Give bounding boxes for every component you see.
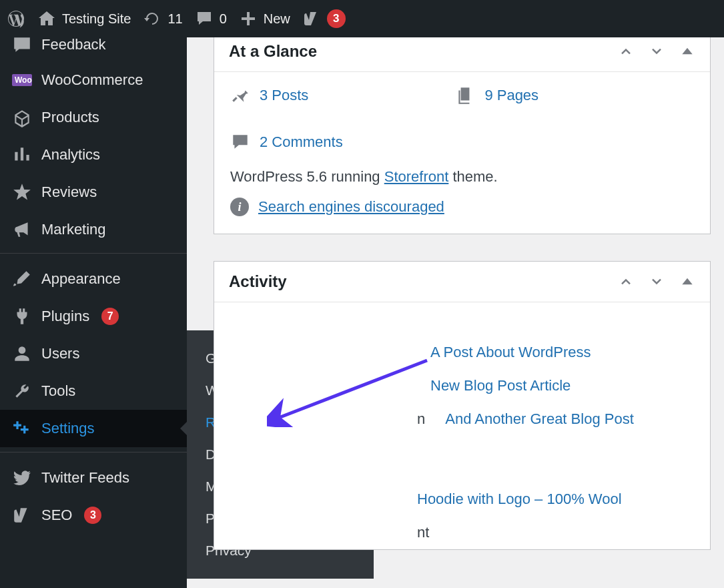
comments-link[interactable]: 0	[195, 9, 227, 28]
sidebar-item-analytics[interactable]: Analytics	[0, 136, 187, 174]
sidebar-item-label: Analytics	[41, 146, 100, 164]
move-down-icon[interactable]	[649, 43, 665, 59]
star-icon	[12, 182, 32, 202]
sidebar-item-label: Users	[41, 345, 79, 362]
sidebar-item-woocommerce[interactable]: WooWooCommerce	[0, 61, 187, 99]
glance-comments[interactable]: 2 Comments	[230, 132, 343, 152]
move-up-icon[interactable]	[618, 43, 634, 59]
activity-row: nAnd Another Great Blog Post	[230, 402, 694, 436]
analytics-icon	[12, 145, 32, 165]
home-icon	[37, 9, 56, 28]
activity-row: A Post About WordPress	[230, 336, 694, 369]
move-up-icon[interactable]	[618, 274, 634, 290]
sidebar-item-label: Plugins	[41, 308, 89, 325]
wp-version-line: WordPress 5.6 running Storefront theme.	[230, 168, 694, 186]
activity-row: nt	[230, 516, 694, 549]
activity-title: Activity	[229, 272, 287, 291]
sidebar-item-label: Appearance	[41, 270, 121, 288]
pin-icon	[230, 85, 250, 105]
widget-handles	[618, 274, 695, 290]
sidebar-item-settings[interactable]: Settings	[0, 410, 187, 447]
sidebar-item-label: Reviews	[41, 184, 97, 201]
glance-posts[interactable]: 3 Posts	[230, 85, 308, 105]
sidebar-item-appearance[interactable]: Appearance	[0, 260, 187, 298]
plus-icon	[239, 9, 258, 28]
sliders-icon	[12, 418, 32, 438]
glance-pages[interactable]: 9 Pages	[455, 85, 538, 105]
updates-link[interactable]: 11	[143, 9, 182, 28]
sidebar-item-seo[interactable]: SEO3	[0, 497, 187, 534]
refresh-icon	[143, 9, 161, 28]
updates-count: 11	[167, 11, 182, 27]
sidebar-item-label: Tools	[41, 382, 75, 400]
at-a-glance-title: At a Glance	[229, 42, 317, 61]
theme-link[interactable]: Storefront	[384, 168, 449, 185]
new-content-link[interactable]: New	[239, 9, 290, 28]
feedback-icon	[12, 37, 32, 55]
wrench-icon	[12, 381, 32, 401]
new-label: New	[264, 11, 290, 27]
twitter-icon	[12, 468, 32, 488]
posts-link[interactable]: 3 Posts	[260, 87, 308, 104]
activity-post-link[interactable]: A Post About WordPress	[430, 344, 591, 360]
dashboard-content: At a Glance 3 Posts 9 Pages 2 Comm	[187, 37, 724, 588]
plug-icon	[12, 306, 32, 326]
admin-sidebar: FeedbackWooWooCommerceProductsAnalyticsR…	[0, 37, 187, 588]
yoast-badge: 3	[327, 9, 346, 28]
move-down-icon[interactable]	[649, 274, 665, 290]
sidebar-item-plugins[interactable]: Plugins7	[0, 298, 187, 335]
sidebar-item-products[interactable]: Products	[0, 99, 187, 136]
sidebar-item-users[interactable]: Users	[0, 335, 187, 372]
brush-icon	[12, 269, 32, 289]
admin-toolbar: Testing Site 11 0 New 3	[0, 0, 724, 37]
search-engines-row: i Search engines discouraged	[230, 198, 694, 216]
sidebar-badge: 3	[84, 507, 101, 524]
activity-row: Hoodie with Logo – 100% Wool	[230, 483, 694, 516]
activity-post-link[interactable]: And Another Great Blog Post	[445, 410, 634, 427]
site-title: Testing Site	[62, 11, 131, 27]
activity-row: New Blog Post Article	[230, 369, 694, 402]
pages-link[interactable]: 9 Pages	[484, 87, 538, 104]
sidebar-badge: 7	[101, 308, 119, 325]
activity-widget: Activity A Post About WordPressNew Blog …	[214, 261, 711, 550]
widget-handles	[618, 43, 695, 59]
woo-icon: Woo	[12, 70, 32, 90]
sidebar-item-label: Twitter Feeds	[41, 469, 129, 487]
yoast-icon	[12, 505, 32, 525]
products-icon	[12, 107, 32, 127]
activity-post-link[interactable]: Hoodie with Logo – 100% Wool	[417, 491, 622, 507]
users-icon	[12, 344, 32, 364]
sidebar-item-label: WooCommerce	[41, 71, 143, 89]
sidebar-item-label: Feedback	[41, 37, 106, 53]
sidebar-item-marketing[interactable]: Marketing	[0, 211, 187, 248]
sidebar-item-tools[interactable]: Tools	[0, 372, 187, 410]
search-engines-link[interactable]: Search engines discouraged	[258, 198, 444, 216]
sidebar-item-twitter-feeds[interactable]: Twitter Feeds	[0, 459, 187, 497]
yoast-link[interactable]: 3	[302, 9, 346, 28]
sidebar-item-label: Settings	[41, 420, 95, 437]
toggle-icon[interactable]	[679, 274, 695, 290]
site-link[interactable]: Testing Site	[37, 9, 131, 28]
wp-logo[interactable]	[7, 9, 25, 28]
comments-count: 0	[220, 11, 227, 27]
comment-icon	[195, 9, 214, 28]
comments-link[interactable]: 2 Comments	[260, 133, 343, 151]
sidebar-item-label: Marketing	[41, 221, 106, 238]
sidebar-item-label: Products	[41, 109, 99, 126]
sidebar-item-reviews[interactable]: Reviews	[0, 174, 187, 211]
pages-icon	[455, 85, 475, 105]
activity-post-link[interactable]: New Blog Post Article	[430, 377, 571, 394]
sidebar-item-feedback[interactable]: Feedback	[0, 37, 187, 61]
toggle-icon[interactable]	[679, 43, 695, 59]
sidebar-item-label: SEO	[41, 507, 72, 524]
yoast-icon	[302, 9, 321, 28]
info-icon: i	[230, 198, 249, 216]
comment-icon	[230, 132, 250, 152]
at-a-glance-widget: At a Glance 3 Posts 9 Pages 2 Comm	[214, 37, 711, 234]
megaphone-icon	[12, 220, 32, 240]
